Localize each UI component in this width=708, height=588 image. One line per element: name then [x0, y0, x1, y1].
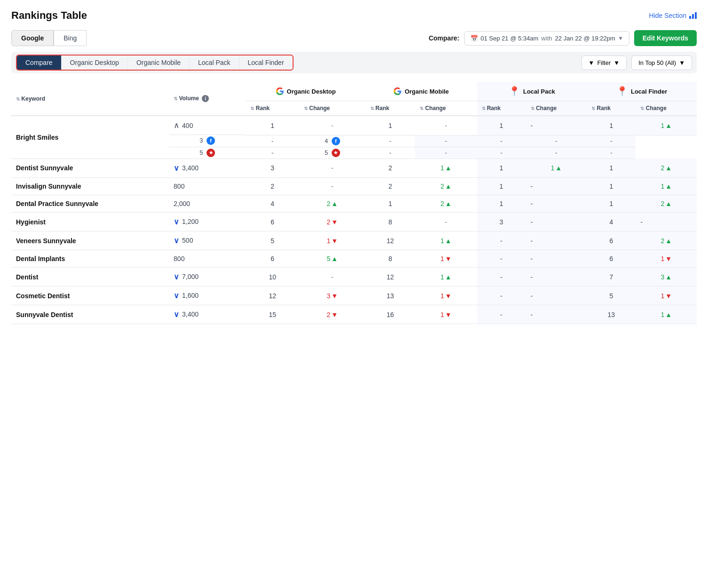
volume-cell: 800: [169, 178, 246, 195]
filter-label: Filter: [597, 59, 611, 66]
trend-down-icon: ∨: [174, 164, 179, 173]
lp-change-header[interactable]: ⇅ Change: [526, 101, 587, 116]
lf-rank-cell: 1: [587, 178, 636, 195]
trend-down-icon: ∨: [174, 236, 179, 245]
filter-chevron-icon: ▼: [613, 59, 620, 66]
map-pin-icon-lp: 📍: [509, 86, 520, 97]
volume-cell: ∨1,200: [169, 213, 246, 231]
lp-rank-cell: -: [415, 147, 477, 159]
google-icon-od: [276, 87, 284, 95]
lp-rank-cell: 3: [477, 213, 526, 231]
change-cell: 1 ▼: [636, 250, 697, 268]
top50-button[interactable]: In Top 50 (All) ▼: [631, 56, 692, 70]
organic-mobile-group-label: Organic Mobile: [405, 88, 449, 95]
od-rank-cell: 10: [246, 268, 299, 286]
tab-organic-desktop[interactable]: Organic Desktop: [62, 56, 128, 70]
change-cell: 2 ▲: [636, 195, 697, 213]
lf-rank-cell: 6: [587, 231, 636, 250]
change-cell: 2 ▲: [415, 178, 477, 195]
filter-icon: ▼: [589, 59, 595, 66]
change-cell: -: [299, 116, 366, 135]
keyword-cell: Dental Practice Sunnyvale: [11, 195, 169, 213]
hide-section-button[interactable]: Hide Section: [649, 12, 697, 19]
local-finder-group-header: 📍 Local Finder: [587, 82, 697, 101]
lf-rank-cell: 7: [587, 268, 636, 286]
od-rank-header[interactable]: ⇅ Rank: [246, 101, 299, 116]
change-cell: -: [299, 268, 366, 286]
table-header-group-row: ⇅ Keyword ⇅ Volume i Organic Desktop: [11, 82, 697, 101]
om-change-cell: -: [366, 135, 415, 147]
table-row: Sunnyvale Dentist ∨3,400 15 2 ▼ 16 1 ▼ -…: [11, 305, 697, 324]
om-rank-cell: 16: [366, 305, 415, 324]
local-pack-group-label: Local Pack: [523, 88, 555, 95]
lp-rank-cell: 1: [477, 178, 526, 195]
rankings-table: ⇅ Keyword ⇅ Volume i Organic Desktop: [11, 82, 697, 324]
keyword-header-label: Keyword: [21, 95, 45, 102]
om-rank-cell: 13: [366, 286, 415, 305]
om-change-header[interactable]: ⇅ Change: [415, 101, 477, 116]
keyword-cell: Hygienist: [11, 213, 169, 231]
tab-local-pack[interactable]: Local Pack: [190, 56, 239, 70]
od-rank-cell: 4: [246, 195, 299, 213]
od-rank-cell: 5: [246, 231, 299, 250]
edit-keywords-button[interactable]: Edit Keywords: [634, 30, 697, 46]
change-cell: 1 ▲: [636, 178, 697, 195]
trend-down-icon: ∨: [174, 272, 179, 281]
keyword-cell: Dental Implants: [11, 250, 169, 268]
om-rank-cell: 12: [366, 231, 415, 250]
page-header: Rankings Table Hide Section: [11, 9, 697, 22]
bing-tab[interactable]: Bing: [54, 30, 87, 46]
date2: 22 Jan 22 @ 19:22pm: [555, 35, 615, 42]
od-rank-cell: 12: [246, 286, 299, 305]
change-cell: 1 ▼: [636, 286, 697, 305]
keyword-cell: Veneers Sunnyvale: [11, 231, 169, 250]
change-cell: 1 ▼: [415, 250, 477, 268]
google-tab[interactable]: Google: [11, 30, 54, 46]
facebook-icon: f: [332, 137, 340, 145]
od-change-header[interactable]: ⇅ Change: [299, 101, 366, 116]
compare-dates-button[interactable]: 📅 01 Sep 21 @ 5:34am with 22 Jan 22 @ 19…: [464, 31, 629, 46]
chevron-down-icon: ▼: [618, 35, 623, 41]
change-cell: 2 ▼: [299, 213, 366, 231]
change-cell: -: [636, 213, 697, 231]
lf-rank-header[interactable]: ⇅ Rank: [587, 101, 636, 116]
lf-rank-cell: -: [526, 147, 587, 159]
od-change-cell: -: [246, 135, 299, 147]
lp-rank-header[interactable]: ⇅ Rank: [477, 101, 526, 116]
lf-change-cell: -: [587, 147, 636, 159]
lf-rank-cell: 6: [587, 250, 636, 268]
volume-cell: 800: [169, 250, 246, 268]
top50-chevron-icon: ▼: [679, 59, 685, 66]
lf-change-header[interactable]: ⇅ Change: [636, 101, 697, 116]
change-cell: 1 ▼: [415, 305, 477, 324]
tab-organic-mobile[interactable]: Organic Mobile: [128, 56, 190, 70]
table-row: Dental Implants 800 6 5 ▲ 8 1 ▼ - - 6 1 …: [11, 250, 697, 268]
od-change-cell: -: [246, 147, 299, 159]
hide-section-label: Hide Section: [649, 12, 686, 19]
od-rank-cell: 2: [246, 178, 299, 195]
volume-col-header[interactable]: ⇅ Volume i: [169, 82, 246, 116]
od-rank-cell: 3 f: [169, 135, 246, 147]
volume-info-icon[interactable]: i: [202, 95, 209, 102]
change-cell: 1 ▲: [636, 305, 697, 324]
lf-rank-cell: 13: [587, 305, 636, 324]
lp-rank-cell: -: [477, 305, 526, 324]
tab-compare[interactable]: Compare: [17, 56, 62, 70]
lf-rank-cell: 1: [587, 116, 636, 135]
lp-rank-cell: 1: [477, 116, 526, 135]
om-rank-header[interactable]: ⇅ Rank: [366, 101, 415, 116]
change-cell: -: [526, 250, 587, 268]
table-row: Hygienist ∨1,200 6 2 ▼ 8 - 3 - 4 -: [11, 213, 697, 231]
google-icon-om: [393, 87, 402, 95]
om-rank-cell: 2: [366, 178, 415, 195]
change-cell: -: [299, 159, 366, 178]
filter-button[interactable]: ▼ Filter ▼: [581, 56, 627, 70]
keyword-cell: Invisalign Sunnyvale: [11, 178, 169, 195]
keyword-col-header[interactable]: ⇅ Keyword: [11, 82, 169, 116]
table-row: Dentist ∨7,000 10 - 12 1 ▲ - - 7 3 ▲: [11, 268, 697, 286]
table-row: Veneers Sunnyvale ∨500 5 1 ▼ 12 1 ▲ - - …: [11, 231, 697, 250]
tab-local-finder[interactable]: Local Finder: [239, 56, 293, 70]
table-row: Dental Practice Sunnyvale 2,000 4 2 ▲ 1 …: [11, 195, 697, 213]
trend-down-icon: ∨: [174, 291, 179, 300]
change-cell: -: [526, 268, 587, 286]
